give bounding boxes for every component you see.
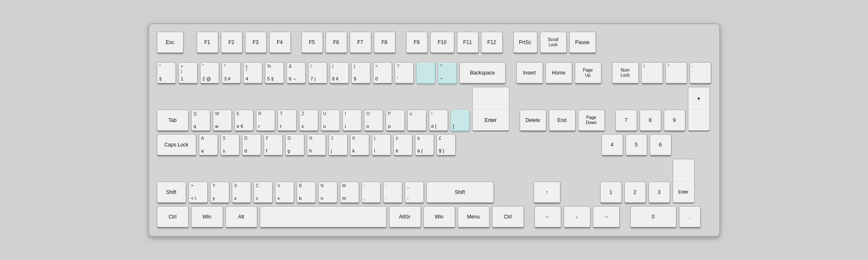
key-menu[interactable]: Menu (458, 206, 490, 228)
key-num-slash[interactable]: / (641, 62, 663, 84)
key-7[interactable]: / 7 | (308, 62, 328, 84)
key-m[interactable]: M m (340, 182, 359, 204)
key-arrow-down[interactable]: ↓ (564, 206, 591, 228)
key-g[interactable]: G g (285, 134, 305, 156)
key-0[interactable]: = 0 (373, 62, 392, 84)
key-tilde[interactable]: ^ ~ (438, 62, 457, 84)
key-enter[interactable]: Enter (472, 87, 509, 132)
key-h[interactable]: H h (307, 134, 326, 156)
key-auml[interactable]: ä à { (415, 134, 434, 156)
key-f8[interactable]: F8 (374, 32, 396, 54)
key-minus[interactable]: _ - (405, 182, 424, 204)
key-f[interactable]: F f (264, 134, 283, 156)
key-backtick[interactable]: ` (416, 62, 436, 84)
key-4[interactable]: ç° 4 (243, 62, 263, 84)
key-p[interactable]: P p (386, 110, 405, 132)
key-arrow-up[interactable]: ↑ (534, 182, 561, 204)
key-6[interactable]: & 6 ¬ (287, 62, 306, 84)
key-1[interactable]: +| 1 (178, 62, 198, 84)
key-f12[interactable]: F12 (481, 32, 503, 54)
key-altgr[interactable]: AltGr (389, 206, 421, 228)
key-ouml[interactable]: ö é (393, 134, 413, 156)
key-d[interactable]: D d (242, 134, 262, 156)
key-l[interactable]: L l (372, 134, 391, 156)
key-num-enter[interactable]: Enter (673, 159, 695, 204)
key-z[interactable]: Z z (299, 110, 319, 132)
key-space[interactable] (260, 206, 387, 228)
key-f10[interactable]: F10 (430, 32, 455, 54)
key-pause[interactable]: Pause (569, 32, 596, 54)
key-win-left[interactable]: Win (191, 206, 223, 228)
key-f6[interactable]: F6 (326, 32, 348, 54)
key-3[interactable]: * 3 # (222, 62, 241, 84)
key-num-minus[interactable]: - (690, 62, 712, 84)
key-2[interactable]: " 2 @ (200, 62, 220, 84)
key-v[interactable]: V v (275, 182, 295, 204)
key-w[interactable]: W w (213, 110, 232, 132)
key-num-plus[interactable]: + (688, 87, 710, 132)
key-num-dot[interactable]: . (679, 206, 701, 228)
key-backspace[interactable]: Backspace (459, 62, 506, 84)
key-num6[interactable]: 6 (650, 134, 672, 156)
key-angle[interactable]: > < \ (189, 182, 208, 204)
key-ctrl-left[interactable]: Ctrl (157, 206, 189, 228)
key-tab[interactable]: Tab (157, 110, 189, 132)
key-num4[interactable]: 4 (601, 134, 623, 156)
key-bracket-close[interactable]: ¨ ] (451, 110, 470, 132)
key-9[interactable]: ) 9 (351, 62, 371, 84)
key-j[interactable]: J j (328, 134, 348, 156)
key-ctrl-right[interactable]: Ctrl (492, 206, 524, 228)
key-pagedown[interactable]: PageDown (578, 110, 605, 132)
key-num5[interactable]: 5 (626, 134, 648, 156)
key-uuml[interactable]: ü (407, 110, 427, 132)
key-prtsc[interactable]: PrtSc (513, 32, 538, 54)
key-end[interactable]: End (549, 110, 576, 132)
key-q[interactable]: Q q (191, 110, 211, 132)
key-a[interactable]: A a (199, 134, 218, 156)
key-num0[interactable]: 0 (630, 206, 677, 228)
key-section[interactable]: ° § (157, 62, 176, 84)
key-semicolon[interactable]: ; , (362, 182, 381, 204)
key-f1[interactable]: F1 (197, 32, 219, 54)
key-pageup[interactable]: PageUp (575, 62, 602, 84)
key-f9[interactable]: F9 (406, 32, 428, 54)
key-numlock[interactable]: NumLock (612, 62, 639, 84)
key-t[interactable]: T t (278, 110, 297, 132)
key-num8[interactable]: 8 (640, 110, 662, 132)
key-i[interactable]: I i (342, 110, 362, 132)
key-x[interactable]: X x (232, 182, 251, 204)
key-bracket-open[interactable]: ! è [ (429, 110, 448, 132)
key-win-right[interactable]: Win (423, 206, 456, 228)
key-colon[interactable]: : . (383, 182, 403, 204)
key-f4[interactable]: F4 (269, 32, 291, 54)
key-num-multiply[interactable]: * (665, 62, 687, 84)
key-num1[interactable]: 1 (600, 182, 622, 204)
key-r[interactable]: R r (256, 110, 275, 132)
key-f7[interactable]: F7 (350, 32, 372, 54)
key-home[interactable]: Home (545, 62, 573, 84)
key-alt-left[interactable]: Alt (225, 206, 258, 228)
key-shift-left[interactable]: Shift (157, 182, 186, 204)
key-e[interactable]: E e € (234, 110, 254, 132)
key-f3[interactable]: F3 (245, 32, 267, 54)
key-f2[interactable]: F2 (221, 32, 243, 54)
key-y[interactable]: Y y (210, 182, 230, 204)
key-c[interactable]: C c (253, 182, 273, 204)
key-b[interactable]: B b (297, 182, 316, 204)
key-num9[interactable]: 9 (664, 110, 686, 132)
key-pound[interactable]: £ $ } (437, 134, 456, 156)
key-question[interactable]: ? ' (395, 62, 414, 84)
key-f5[interactable]: F5 (301, 32, 323, 54)
key-k[interactable]: K k (350, 134, 370, 156)
key-u[interactable]: U u (321, 110, 340, 132)
key-num3[interactable]: 3 (648, 182, 670, 204)
key-shift-right[interactable]: Shift (426, 182, 494, 204)
key-n[interactable]: N n (318, 182, 338, 204)
key-f11[interactable]: F11 (457, 32, 479, 54)
key-8[interactable]: ( 8 ¢ (330, 62, 349, 84)
key-arrow-right[interactable]: → (593, 206, 620, 228)
key-5[interactable]: % 5 § (265, 62, 284, 84)
key-num2[interactable]: 2 (624, 182, 646, 204)
key-insert[interactable]: Insert (516, 62, 543, 84)
key-arrow-left[interactable]: ← (534, 206, 562, 228)
